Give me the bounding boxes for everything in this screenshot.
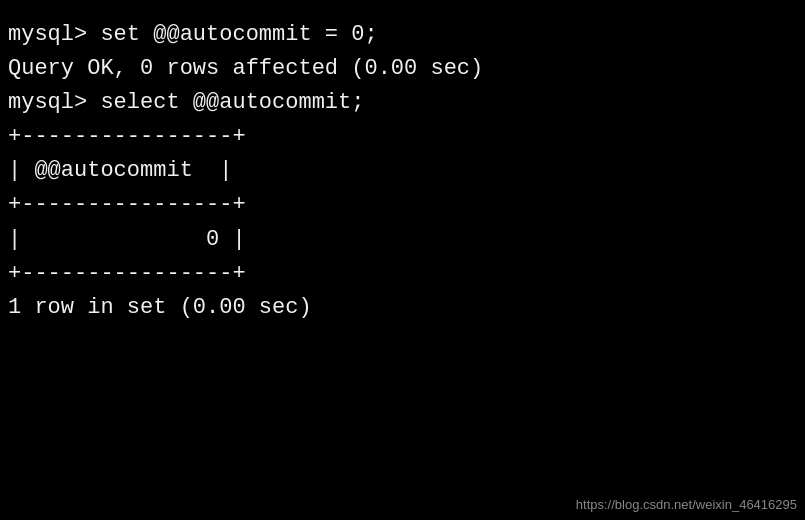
terminal-line-1: mysql> set @@autocommit = 0; — [8, 18, 797, 52]
terminal-line-10: 1 row in set (0.00 sec) — [8, 291, 797, 325]
terminal-line-6: | @@autocommit | — [8, 154, 797, 188]
terminal-line-2: Query OK, 0 rows affected (0.00 sec) — [8, 52, 797, 86]
terminal-line-7: +----------------+ — [8, 188, 797, 222]
terminal-line-9: +----------------+ — [8, 257, 797, 291]
terminal-window: mysql> set @@autocommit = 0; Query OK, 0… — [0, 0, 805, 520]
terminal-line-4: mysql> select @@autocommit; — [8, 86, 797, 120]
terminal-line-8: | 0 | — [8, 223, 797, 257]
terminal-line-5: +----------------+ — [8, 120, 797, 154]
watermark: https://blog.csdn.net/weixin_46416295 — [576, 497, 797, 512]
